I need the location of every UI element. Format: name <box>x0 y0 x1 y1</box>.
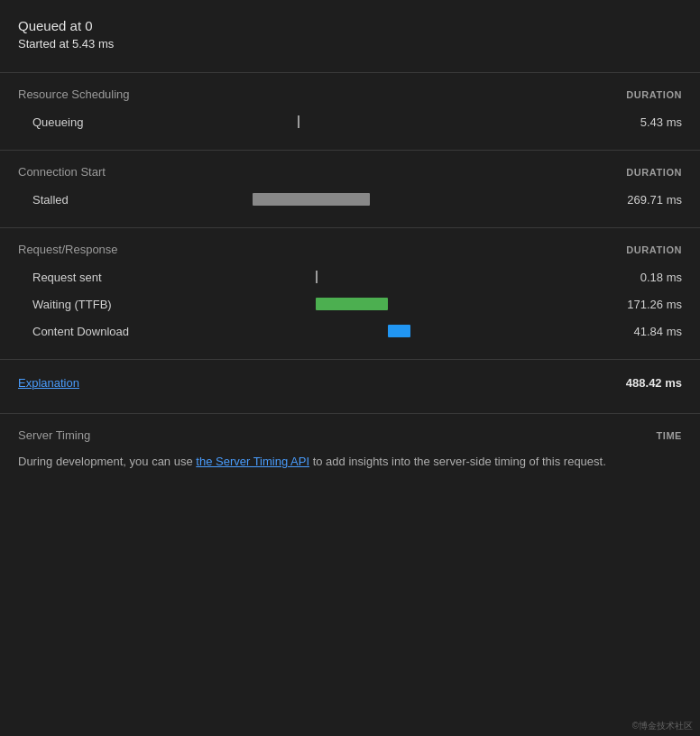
explanation-link[interactable]: Explanation <box>18 376 79 390</box>
divider-3 <box>0 227 700 228</box>
content-download-bar-area <box>180 323 592 339</box>
content-download-label: Content Download <box>18 325 180 338</box>
stalled-bar-area <box>180 191 592 207</box>
explanation-row: Explanation 488.42 ms <box>0 367 700 399</box>
request-response-header: Request/Response DURATION <box>18 243 682 256</box>
divider-2 <box>0 150 700 151</box>
connection-start-section: Connection Start DURATION Stalled 269.71… <box>0 158 700 220</box>
divider-4 <box>0 359 700 360</box>
resource-scheduling-section: Resource Scheduling DURATION Queueing 5.… <box>0 80 700 143</box>
resource-scheduling-header: Resource Scheduling DURATION <box>18 87 682 101</box>
stalled-bar <box>253 193 370 206</box>
request-response-title: Request/Response <box>18 243 118 256</box>
server-timing-header: Server Timing TIME <box>18 428 682 442</box>
queueing-bar <box>298 115 299 128</box>
content-download-duration: 41.84 ms <box>592 325 682 338</box>
queueing-row: Queueing 5.43 ms <box>18 108 682 135</box>
request-sent-duration: 0.18 ms <box>592 271 682 284</box>
stalled-label: Stalled <box>18 193 180 207</box>
started-at-label: Started at 5.43 ms <box>18 37 682 51</box>
waiting-ttfb-duration: 171.26 ms <box>592 298 682 311</box>
content-download-row: Content Download 41.84 ms <box>18 317 682 345</box>
server-timing-api-link[interactable]: the Server Timing API <box>196 455 309 468</box>
server-timing-time-label: TIME <box>657 430 682 441</box>
waiting-ttfb-bar-area <box>180 296 592 312</box>
stalled-duration: 269.71 ms <box>592 193 682 207</box>
connection-start-header: Connection Start DURATION <box>18 165 682 179</box>
request-response-section: Request/Response DURATION Request sent 0… <box>0 235 700 352</box>
content-download-bar <box>388 325 410 337</box>
waiting-ttfb-row: Waiting (TTFB) 171.26 ms <box>18 290 682 317</box>
header-section: Queued at 0 Started at 5.43 ms <box>0 11 700 65</box>
total-duration: 488.42 ms <box>626 376 682 390</box>
resource-scheduling-duration-label: DURATION <box>626 89 682 100</box>
queued-at-label: Queued at 0 <box>18 18 682 33</box>
divider-1 <box>0 72 700 73</box>
server-timing-description-before: During development, you can use <box>18 455 196 468</box>
waiting-ttfb-bar <box>316 298 388 310</box>
network-timing-panel: Queued at 0 Started at 5.43 ms Resource … <box>0 0 700 496</box>
server-timing-section: Server Timing TIME During development, y… <box>0 414 700 485</box>
copyright-text: ©博金技术社区 <box>632 720 693 732</box>
request-response-duration-label: DURATION <box>626 244 682 255</box>
request-sent-bar <box>316 271 318 283</box>
queueing-bar-area <box>180 114 592 130</box>
queueing-label: Queueing <box>18 115 180 129</box>
connection-start-title: Connection Start <box>18 165 106 179</box>
server-timing-title: Server Timing <box>18 428 90 442</box>
request-sent-row: Request sent 0.18 ms <box>18 263 682 290</box>
stalled-row: Stalled 269.71 ms <box>18 186 682 213</box>
queueing-duration: 5.43 ms <box>592 115 682 129</box>
connection-start-duration-label: DURATION <box>626 167 682 178</box>
server-timing-description-after: to add insights into the server-side tim… <box>309 455 606 468</box>
request-sent-bar-area <box>180 269 592 285</box>
waiting-ttfb-label: Waiting (TTFB) <box>18 298 180 311</box>
resource-scheduling-title: Resource Scheduling <box>18 87 130 101</box>
request-sent-label: Request sent <box>18 271 180 284</box>
server-timing-content: During development, you can use the Serv… <box>18 453 682 471</box>
